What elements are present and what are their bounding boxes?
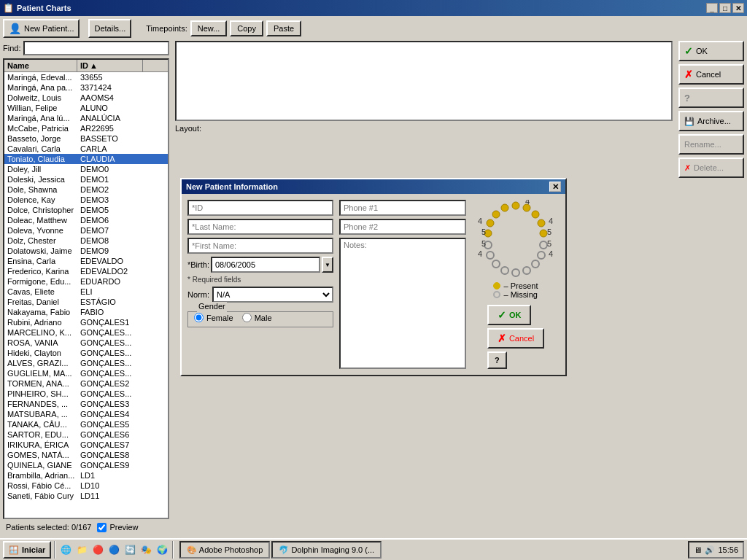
taskbar-app-button[interactable]: 🎨 Adobe Photoshop <box>179 541 270 559</box>
list-item[interactable]: MARCELINO, K...GONÇALES... <box>4 327 168 338</box>
list-item[interactable]: Doleac, MatthewDEMO6 <box>4 215 168 225</box>
patient-id-cell: DEMO0 <box>77 164 143 174</box>
taskbar-icon-1[interactable]: 🌐 <box>58 542 73 557</box>
list-item[interactable]: Maringá, Ana lú...ANALÚCIA <box>4 113 168 123</box>
details-button[interactable]: Details... <box>88 19 131 38</box>
list-item[interactable]: Cavas, ElieteELI <box>4 287 168 297</box>
taskbar-icon-4[interactable]: 🔵 <box>107 542 121 557</box>
list-item[interactable]: MATSUBARA, ...GONÇALES4 <box>4 409 168 419</box>
list-item[interactable]: Brambilla, Adrian...LD1 <box>4 470 168 481</box>
list-item[interactable]: IRIKURA, ÉRICAGONÇALES7 <box>4 440 168 450</box>
help-button[interactable]: ? <box>678 88 744 108</box>
list-item[interactable]: Formigone, Edu...EDUARDO <box>4 276 168 287</box>
list-item[interactable]: Ensina, CarlaEDEVALDO <box>4 256 168 266</box>
gender-male-radio[interactable] <box>242 313 252 322</box>
taskbar-icon-6[interactable]: 🎭 <box>139 542 153 557</box>
maximize-button[interactable]: □ <box>719 3 731 13</box>
list-item[interactable]: GUGLIELM, MA...GONÇALES... <box>4 368 168 378</box>
list-item[interactable]: PINHEIRO, SH...GONÇALES... <box>4 389 168 399</box>
list-item[interactable]: Dolce, ChristopherDEMO5 <box>4 205 168 215</box>
gender-female-option[interactable]: Female <box>194 313 233 322</box>
list-item[interactable]: Basseto, JorgeBASSETO <box>4 133 168 144</box>
dialog-help-button[interactable]: ? <box>487 351 507 369</box>
close-button[interactable]: ✕ <box>732 3 744 13</box>
list-item[interactable]: GOMES, NATÁ...GONÇALES8 <box>4 450 168 460</box>
ok-button[interactable]: ✓ OK <box>678 41 744 61</box>
list-item[interactable]: Rossi, Fábio Cé...LD10 <box>4 481 168 491</box>
list-item[interactable]: Dolatowski, JaimeDEMO9 <box>4 246 168 256</box>
last-name-field[interactable] <box>187 219 333 235</box>
list-item[interactable]: Doleva, YvonneDEMO7 <box>4 225 168 236</box>
taskbar-app-button[interactable]: 🐬 Dolphin Imaging 9.0 (... <box>271 541 382 559</box>
cancel-button[interactable]: ✗ Cancel <box>678 64 744 85</box>
list-item[interactable]: TORMEN, ANA...GONÇALES2 <box>4 378 168 389</box>
list-item[interactable]: ALVES, GRAZI...GONÇALES... <box>4 358 168 368</box>
find-input[interactable] <box>23 41 169 55</box>
column-header-name[interactable]: Name <box>4 60 77 71</box>
norm-label: Norm: <box>187 290 209 299</box>
minimize-button[interactable]: _ <box>706 3 718 13</box>
dialog-close-button[interactable]: ✕ <box>549 182 561 192</box>
notes-field[interactable] <box>339 238 466 369</box>
list-item[interactable]: QUINELA, GIANEGONÇALES9 <box>4 460 168 470</box>
list-item[interactable]: Maringá, Edeval...33655 <box>4 72 168 82</box>
list-item[interactable]: Doley, JillDEMO0 <box>4 164 168 174</box>
svg-point-13 <box>540 241 547 249</box>
taskbar-icon-3[interactable]: 🔴 <box>90 542 105 557</box>
gender-male-option[interactable]: Male <box>242 313 272 322</box>
taskbar-icon-7[interactable]: 🌍 <box>155 542 169 557</box>
list-item[interactable]: Saneti, Fábio CuryLD11 <box>4 491 168 501</box>
list-item[interactable]: SARTOR, EDU...GONÇALES6 <box>4 429 168 440</box>
dialog-cancel-button[interactable]: ✗ Cancel <box>487 328 544 349</box>
rename-button[interactable]: Rename... <box>678 134 744 155</box>
list-item[interactable]: TANAKA, CÂU...GONÇALES5 <box>4 419 168 429</box>
taskbar-icon-5[interactable]: 🔄 <box>123 542 137 557</box>
preview-label[interactable]: Preview <box>97 523 138 532</box>
patient-id-cell: GONÇALES8 <box>77 450 143 460</box>
patient-id-cell: GONÇALES... <box>77 338 143 348</box>
phone1-field[interactable] <box>339 200 466 216</box>
list-item[interactable]: Dolz, ChesterDEMO8 <box>4 236 168 246</box>
dialog-ok-button[interactable]: ✓ OK <box>487 305 532 325</box>
start-button[interactable]: 🪟 Iniciar <box>3 541 51 559</box>
list-item[interactable]: Willian, FelipeALUNO <box>4 103 168 113</box>
list-item[interactable]: Frederico, KarinaEDEVALDO2 <box>4 266 168 276</box>
gender-group: Gender Female Male <box>187 307 333 327</box>
patient-id-field[interactable] <box>187 200 333 216</box>
list-item[interactable]: Dolence, KayDEMO3 <box>4 195 168 205</box>
birth-input[interactable] <box>211 257 320 273</box>
timepoints-copy-button[interactable]: Copy <box>230 20 263 36</box>
patient-name-cell: TORMEN, ANA... <box>4 378 77 389</box>
first-name-field[interactable] <box>187 238 333 254</box>
column-header-id[interactable]: ID ▲ <box>77 60 143 71</box>
list-item[interactable]: McCabe, PatriciaAR22695 <box>4 123 168 133</box>
tooth-chart-svg: 5 5 5 5 4 4 4 4 4 <box>476 200 556 280</box>
phone2-field[interactable] <box>339 219 466 235</box>
delete-button[interactable]: ✗ Delete... <box>678 158 744 178</box>
new-patient-button[interactable]: 👤 New Patient... <box>3 19 80 38</box>
list-item[interactable]: Nakayama, FabioFABIO <box>4 307 168 317</box>
list-item[interactable]: Toniato, ClaudiaCLAUDIA <box>4 154 168 164</box>
birth-dropdown-button[interactable]: ▼ <box>322 257 333 273</box>
taskbar-tray: 🖥 🔊 15:56 <box>688 541 744 559</box>
list-item[interactable]: FERNANDES, ...GONÇALES3 <box>4 399 168 409</box>
list-item[interactable]: Rubini, AdrianoGONÇALES1 <box>4 317 168 327</box>
legend-present: – Present <box>493 281 538 290</box>
list-item[interactable]: Maringá, Ana pa...3371424 <box>4 82 168 93</box>
list-body[interactable]: Maringá, Edeval...33655Maringá, Ana pa..… <box>4 72 168 518</box>
list-item[interactable]: Dole, ShawnaDEMO2 <box>4 184 168 195</box>
timepoints-paste-button[interactable]: Paste <box>266 20 301 36</box>
list-item[interactable]: Doleski, JessicaDEMO1 <box>4 174 168 184</box>
norm-select[interactable]: N/A <box>212 287 333 303</box>
timepoints-new-button[interactable]: New... <box>190 20 228 36</box>
list-item[interactable]: ROSA, VANIAGONÇALES... <box>4 338 168 348</box>
list-item[interactable]: Dolweitz, LouisAAOMS4 <box>4 93 168 103</box>
list-item[interactable]: Hideki, ClaytonGONÇALES... <box>4 348 168 358</box>
list-item[interactable]: Cavalari, CarlaCARLA <box>4 144 168 154</box>
list-item[interactable]: Freitas, DanielESTÁGIO <box>4 297 168 307</box>
patient-id-cell: DEMO6 <box>77 215 143 225</box>
preview-checkbox[interactable] <box>97 523 107 532</box>
gender-female-radio[interactable] <box>194 313 204 322</box>
taskbar-icon-2[interactable]: 📁 <box>74 542 89 557</box>
archive-button[interactable]: 💾 Archive... <box>678 111 744 131</box>
